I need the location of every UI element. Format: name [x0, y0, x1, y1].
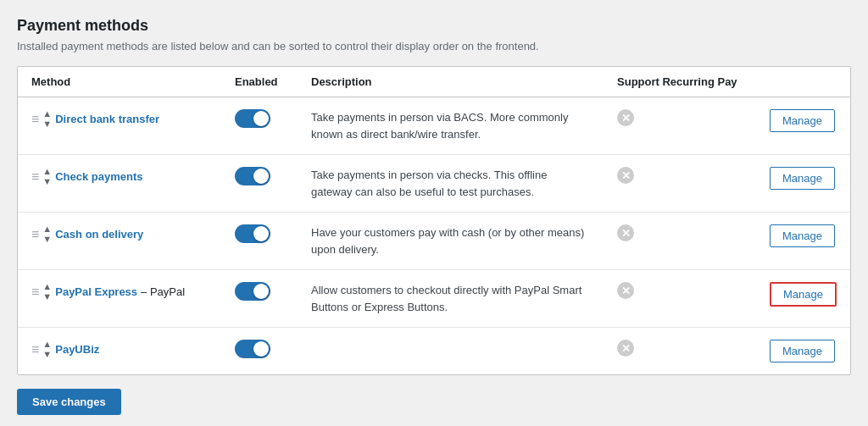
action-cell: Manage: [756, 97, 850, 155]
method-name-link[interactable]: Check payments: [55, 170, 142, 183]
support-recurring-icon: ✕: [617, 109, 634, 126]
method-name-link[interactable]: PayUBiz: [55, 343, 99, 356]
manage-button[interactable]: Manage: [770, 340, 835, 362]
table-row: ≡▲▼PayPal Express – PayPalAllow customer…: [18, 270, 850, 328]
payment-toggle[interactable]: [235, 224, 270, 243]
enabled-cell: [221, 328, 298, 375]
method-name-link[interactable]: PayPal Express: [55, 285, 137, 298]
table-row: ≡▲▼PayUBiz✕Manage: [18, 328, 850, 375]
move-up-button[interactable]: ▲: [42, 109, 52, 119]
row-controls: ≡▲▼Cash on delivery: [31, 224, 208, 244]
enabled-cell: [221, 270, 298, 328]
sort-arrows: ▲▼: [42, 167, 52, 186]
page-title: Payment methods: [17, 17, 851, 35]
support-recurring-cell: ✕: [604, 155, 756, 213]
header-support-recurring: Support Recurring Pay: [604, 67, 756, 97]
method-suffix: – PayPal: [141, 285, 185, 298]
table-row: ≡▲▼Direct bank transferTake payments in …: [18, 97, 850, 155]
action-cell: Manage: [756, 328, 850, 375]
description-text: Take payments in person via BACS. More c…: [311, 109, 590, 142]
move-up-button[interactable]: ▲: [42, 167, 52, 176]
header-action: [756, 67, 850, 97]
enabled-cell: [221, 97, 298, 155]
header-method: Method: [18, 67, 221, 97]
payment-toggle[interactable]: [235, 109, 270, 128]
drag-handle-icon[interactable]: ≡: [31, 112, 39, 127]
header-enabled: Enabled: [221, 67, 298, 97]
payment-toggle[interactable]: [235, 282, 270, 301]
move-down-button[interactable]: ▼: [42, 119, 52, 129]
manage-button[interactable]: Manage: [770, 282, 837, 307]
action-cell: Manage: [756, 155, 850, 213]
description-cell: Have your customers pay with cash (or by…: [298, 213, 604, 270]
sort-arrows: ▲▼: [42, 340, 52, 359]
drag-handle-icon[interactable]: ≡: [31, 227, 39, 242]
row-controls: ≡▲▼Check payments: [31, 167, 208, 186]
enabled-cell: [221, 155, 298, 213]
manage-button[interactable]: Manage: [770, 167, 835, 190]
method-name-link[interactable]: Direct bank transfer: [55, 113, 159, 125]
support-recurring-icon: ✕: [617, 340, 634, 357]
save-changes-button[interactable]: Save changes: [17, 389, 121, 415]
support-recurring-icon: ✕: [617, 282, 634, 299]
description-text: Take payments in person via checks. This…: [311, 167, 590, 200]
header-description: Description: [298, 67, 604, 97]
payment-methods-table: Method Enabled Description Support Recur…: [17, 66, 851, 375]
move-down-button[interactable]: ▼: [42, 292, 52, 302]
table-row: ≡▲▼Cash on deliveryHave your customers p…: [18, 213, 850, 270]
enabled-cell: [221, 213, 298, 270]
move-down-button[interactable]: ▼: [42, 350, 52, 359]
support-recurring-cell: ✕: [604, 97, 756, 155]
sort-arrows: ▲▼: [42, 224, 52, 244]
row-controls: ≡▲▼PayUBiz: [31, 340, 208, 359]
row-controls: ≡▲▼PayPal Express – PayPal: [31, 282, 208, 302]
move-down-button[interactable]: ▼: [42, 177, 52, 186]
payment-toggle[interactable]: [235, 340, 270, 358]
support-recurring-cell: ✕: [604, 270, 756, 328]
description-cell: Take payments in person via checks. This…: [298, 155, 604, 213]
sort-arrows: ▲▼: [42, 109, 52, 129]
method-name-link[interactable]: Cash on delivery: [55, 228, 143, 241]
payment-toggle[interactable]: [235, 167, 270, 185]
table-row: ≡▲▼Check paymentsTake payments in person…: [18, 155, 850, 213]
description-text: Allow customers to checkout directly wit…: [311, 282, 590, 315]
drag-handle-icon[interactable]: ≡: [31, 169, 39, 185]
move-up-button[interactable]: ▲: [42, 282, 52, 291]
move-up-button[interactable]: ▲: [42, 340, 52, 349]
description-cell: [298, 328, 604, 375]
action-cell: Manage: [756, 213, 850, 270]
drag-handle-icon[interactable]: ≡: [31, 342, 39, 357]
description-cell: Take payments in person via BACS. More c…: [298, 97, 604, 155]
description-cell: Allow customers to checkout directly wit…: [298, 270, 604, 328]
sort-arrows: ▲▼: [42, 282, 52, 302]
manage-button[interactable]: Manage: [770, 224, 835, 247]
support-recurring-icon: ✕: [617, 167, 634, 184]
support-recurring-cell: ✕: [604, 328, 756, 375]
description-text: Have your customers pay with cash (or by…: [311, 224, 590, 257]
support-recurring-cell: ✕: [604, 213, 756, 270]
move-up-button[interactable]: ▲: [42, 224, 52, 234]
move-down-button[interactable]: ▼: [42, 235, 52, 244]
drag-handle-icon[interactable]: ≡: [31, 285, 39, 300]
support-recurring-icon: ✕: [617, 224, 634, 241]
manage-button[interactable]: Manage: [770, 109, 835, 132]
row-controls: ≡▲▼Direct bank transfer: [31, 109, 208, 129]
page-subtitle: Installed payment methods are listed bel…: [17, 40, 851, 53]
action-cell: Manage: [756, 270, 850, 328]
